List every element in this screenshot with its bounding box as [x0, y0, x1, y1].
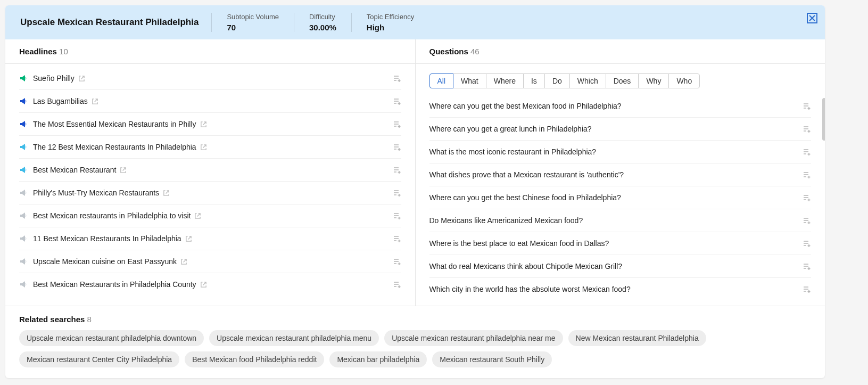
add-to-list-icon[interactable]	[803, 102, 811, 110]
headline-row: Best Mexican restaurants in Philadelphia…	[19, 204, 401, 227]
bullhorn-icon	[19, 97, 28, 105]
external-link-icon	[92, 98, 98, 105]
add-to-list-icon[interactable]	[393, 97, 401, 105]
metric-subtopic-volume: Subtopic Volume 70	[211, 13, 294, 32]
headlines-column: Headlines 10 Sueño PhillyLas Bugambilias…	[5, 39, 416, 306]
headline-link[interactable]: Las Bugambilias	[33, 97, 88, 105]
filter-is[interactable]: Is	[523, 73, 545, 88]
add-to-list-icon[interactable]	[393, 280, 401, 289]
questions-title: Questions	[429, 47, 468, 56]
questions-header: Questions 46	[416, 39, 825, 64]
headlines-header: Headlines 10	[5, 39, 415, 64]
filter-all[interactable]: All	[429, 73, 454, 88]
bullhorn-icon	[19, 280, 28, 289]
question-row: Where can you get a great lunch in Phila…	[429, 118, 812, 141]
headline-row: Las Bugambilias	[19, 90, 401, 113]
related-pill[interactable]: Upscale mexican restaurant philadelphia …	[384, 330, 563, 346]
question-row: Which city in the world has the absolute…	[429, 278, 812, 300]
external-link-icon	[180, 258, 187, 265]
related-pill[interactable]: Upscale mexican restaurant philadelphia …	[209, 330, 379, 346]
close-button[interactable]	[807, 13, 817, 23]
headline-link[interactable]: 11 Best Mexican Restaurants In Philadelp…	[33, 234, 181, 243]
question-row: Where can you get the best Chinese food …	[429, 186, 812, 209]
filter-which[interactable]: Which	[569, 73, 606, 88]
question-filters: AllWhatWhereIsDoWhichDoesWhyWho	[416, 64, 825, 93]
metric-label: Subtopic Volume	[227, 13, 279, 21]
metric-difficulty: Difficulty 30.00%	[294, 13, 351, 32]
add-to-list-icon[interactable]	[803, 193, 811, 202]
related-pill[interactable]: Upscale mexican restaurant philadelphia …	[19, 330, 204, 346]
bullhorn-icon	[19, 189, 28, 197]
question-text: What do real Mexicans think about Chipot…	[429, 262, 623, 271]
add-to-list-icon[interactable]	[393, 143, 401, 151]
add-to-list-icon[interactable]	[393, 189, 401, 197]
headline-link[interactable]: The Most Essential Mexican Restaurants i…	[33, 120, 196, 128]
scrollbar-thumb[interactable]	[822, 98, 825, 141]
add-to-list-icon[interactable]	[393, 166, 401, 174]
questions-count: 46	[470, 47, 480, 56]
metric-value: 70	[227, 23, 279, 32]
question-text: Where is the best place to eat Mexican f…	[429, 239, 609, 248]
bullhorn-icon	[19, 120, 28, 128]
add-to-list-icon[interactable]	[803, 170, 811, 179]
question-row: What do real Mexicans think about Chipot…	[429, 255, 812, 278]
metric-value: High	[367, 23, 414, 32]
filter-what[interactable]: What	[453, 73, 486, 88]
bullhorn-icon	[19, 211, 28, 220]
filter-does[interactable]: Does	[606, 73, 639, 88]
question-text: What dishes prove that a Mexican restaur…	[429, 170, 624, 179]
add-to-list-icon[interactable]	[803, 125, 811, 133]
metric-topic-efficiency: Topic Efficiency High	[351, 13, 429, 32]
related-pill[interactable]: New Mexican restaurant Philadelphia	[568, 330, 706, 346]
questions-list: Where can you get the best Mexican food …	[416, 93, 825, 306]
filter-why[interactable]: Why	[638, 73, 669, 88]
topic-title: Upscale Mexican Restaurant Philadelphia	[20, 17, 211, 28]
add-to-list-icon[interactable]	[803, 285, 811, 293]
add-to-list-icon[interactable]	[393, 120, 401, 128]
related-pill[interactable]: Mexican restaurant Center City Philadelp…	[19, 351, 179, 367]
related-pill[interactable]: Best Mexican food Philadelphia reddit	[185, 351, 324, 367]
question-text: What is the most iconic restaurant in Ph…	[429, 148, 597, 156]
headlines-count: 10	[59, 47, 68, 56]
bullhorn-icon	[19, 257, 28, 266]
headline-link[interactable]: The 12 Best Mexican Restaurants In Phila…	[33, 143, 196, 151]
add-to-list-icon[interactable]	[803, 262, 811, 271]
add-to-list-icon[interactable]	[803, 216, 811, 225]
bullhorn-icon	[19, 166, 28, 174]
headline-link[interactable]: Philly's Must-Try Mexican Restaurants	[33, 189, 159, 197]
related-pills: Upscale mexican restaurant philadelphia …	[19, 330, 811, 367]
headline-row: Sueño Philly	[19, 67, 401, 90]
related-pill[interactable]: Mexican restaurant South Philly	[432, 351, 552, 367]
external-link-icon	[185, 235, 192, 242]
filter-do[interactable]: Do	[544, 73, 570, 88]
headline-row: The Most Essential Mexican Restaurants i…	[19, 113, 401, 136]
add-to-list-icon[interactable]	[393, 257, 401, 266]
add-to-list-icon[interactable]	[803, 148, 811, 156]
metric-label: Topic Efficiency	[367, 13, 414, 21]
add-to-list-icon[interactable]	[393, 234, 401, 243]
related-pill[interactable]: Mexican bar philadelphia	[329, 351, 427, 367]
question-row: What dishes prove that a Mexican restaur…	[429, 163, 812, 186]
bullhorn-icon	[19, 74, 28, 83]
headline-link[interactable]: Best Mexican Restaurant	[33, 166, 116, 174]
question-text: Where can you get the best Chinese food …	[429, 193, 621, 202]
external-link-icon	[194, 212, 201, 219]
headline-row: Upscale Mexican cuisine on East Passyunk	[19, 250, 401, 273]
headline-row: The 12 Best Mexican Restaurants In Phila…	[19, 136, 401, 159]
add-to-list-icon[interactable]	[803, 239, 811, 248]
headline-row: Best Mexican Restaurants in Philadelphia…	[19, 273, 401, 296]
headline-link[interactable]: Upscale Mexican cuisine on East Passyunk	[33, 257, 177, 266]
headline-link[interactable]: Best Mexican Restaurants in Philadelphia…	[33, 280, 196, 289]
external-link-icon	[200, 144, 207, 151]
header: Upscale Mexican Restaurant Philadelphia …	[5, 5, 825, 39]
filter-where[interactable]: Where	[486, 73, 524, 88]
filter-who[interactable]: Who	[668, 73, 700, 88]
add-to-list-icon[interactable]	[393, 74, 401, 83]
related-count: 8	[87, 315, 92, 324]
headline-link[interactable]: Sueño Philly	[33, 74, 75, 83]
metric-value: 30.00%	[309, 23, 336, 32]
bullhorn-icon	[19, 143, 28, 151]
bullhorn-icon	[19, 234, 28, 243]
add-to-list-icon[interactable]	[393, 211, 401, 220]
headline-link[interactable]: Best Mexican restaurants in Philadelphia…	[33, 211, 191, 220]
